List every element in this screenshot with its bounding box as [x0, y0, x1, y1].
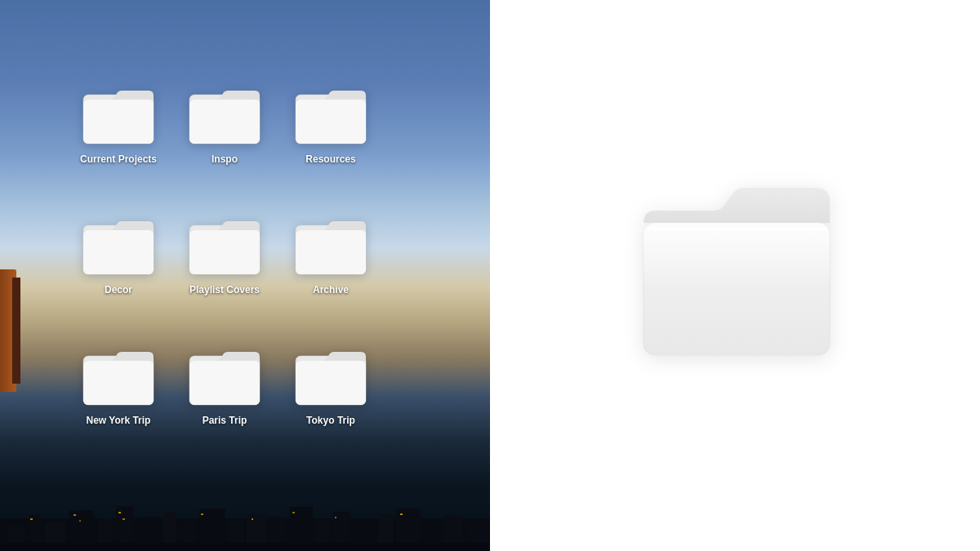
svg-rect-5 — [189, 100, 260, 144]
large-folder-preview — [637, 186, 833, 366]
folder-new-york-trip[interactable]: New York Trip — [65, 335, 172, 465]
svg-rect-59 — [400, 513, 403, 515]
svg-rect-56 — [252, 518, 253, 520]
svg-rect-20 — [83, 361, 154, 405]
folder-icon-paris-trip — [188, 343, 261, 408]
folders-grid: Current Projects Inspo — [65, 73, 384, 465]
svg-rect-54 — [122, 518, 125, 520]
svg-rect-57 — [292, 512, 295, 513]
svg-rect-26 — [296, 361, 366, 405]
svg-rect-17 — [296, 230, 366, 274]
svg-rect-50 — [30, 518, 33, 520]
folder-icon-decor — [82, 212, 155, 278]
rooftop-support — [12, 278, 20, 384]
svg-rect-8 — [296, 100, 366, 144]
folder-tokyo-trip[interactable]: Tokyo Trip — [278, 335, 384, 465]
folder-icon-current-projects — [82, 82, 155, 147]
folder-label-tokyo-trip: Tokyo Trip — [306, 415, 355, 426]
folder-icon-inspo — [188, 82, 261, 147]
folder-decor[interactable]: Decor — [65, 204, 172, 335]
svg-rect-11 — [83, 230, 154, 274]
city-skyline — [0, 478, 490, 551]
folder-label-archive: Archive — [313, 284, 349, 295]
svg-rect-53 — [118, 512, 121, 513]
folder-label-playlist-covers: Playlist Covers — [189, 284, 260, 295]
left-panel: Current Projects Inspo — [0, 0, 490, 551]
folder-label-decor: Decor — [105, 284, 132, 295]
svg-rect-63 — [644, 223, 830, 288]
folder-icon-new-york-trip — [82, 343, 155, 408]
folder-label-inspo: Inspo — [212, 153, 238, 165]
svg-rect-14 — [189, 230, 260, 274]
folder-icon-tokyo-trip — [294, 343, 368, 408]
svg-rect-64 — [647, 227, 826, 230]
svg-rect-23 — [189, 361, 260, 405]
folder-label-resources: Resources — [305, 153, 355, 165]
folder-resources[interactable]: Resources — [278, 73, 384, 204]
svg-rect-51 — [74, 514, 76, 516]
svg-rect-58 — [335, 517, 336, 518]
right-panel — [490, 0, 980, 551]
folder-icon-playlist-covers — [188, 212, 261, 278]
folder-current-projects[interactable]: Current Projects — [65, 73, 172, 204]
folder-playlist-covers[interactable]: Playlist Covers — [172, 204, 278, 335]
folder-label-new-york-trip: New York Trip — [87, 415, 151, 426]
folder-icon-archive — [294, 212, 368, 278]
svg-rect-60 — [0, 543, 490, 551]
folder-paris-trip[interactable]: Paris Trip — [172, 335, 278, 465]
svg-rect-55 — [201, 513, 203, 515]
folder-label-paris-trip: Paris Trip — [203, 415, 247, 426]
svg-rect-2 — [83, 100, 154, 144]
folder-inspo[interactable]: Inspo — [172, 73, 278, 204]
folder-archive[interactable]: Archive — [278, 204, 384, 335]
folder-icon-resources — [294, 82, 368, 147]
folder-label-current-projects: Current Projects — [80, 153, 157, 165]
svg-rect-52 — [79, 520, 81, 522]
